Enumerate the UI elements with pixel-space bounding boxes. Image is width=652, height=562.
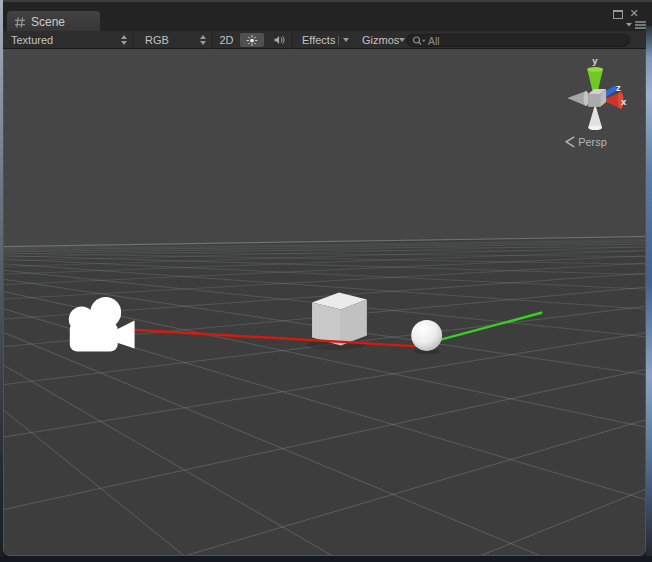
scene-viewport[interactable]: y z x Persp [3,49,646,556]
separator [338,36,339,45]
z-axis-label: z [616,82,621,93]
window-edge-left [0,0,3,562]
x-axis-label: x [621,96,627,107]
chevron-down-icon [343,38,349,42]
projection-label: Persp [578,136,607,148]
search-icon [412,35,426,47]
dropdown-menu-icon [624,19,648,31]
color-channel-dropdown[interactable]: RGB [139,31,213,49]
channel-label: RGB [145,34,169,46]
2d-toggle-button[interactable]: 2D [214,31,239,49]
effects-label: Effects [302,34,335,46]
audio-toggle-button[interactable] [267,31,293,49]
grid-icon [14,16,26,29]
gizmos-dropdown[interactable]: Gizmos [357,31,407,49]
effects-dropdown[interactable]: Effects [297,31,354,49]
2d-label: 2D [219,34,233,46]
updown-arrows-icon [200,35,206,45]
chevron-down-icon [399,38,405,42]
maximize-icon [613,10,623,19]
gizmo-search-field[interactable]: All [406,34,630,47]
tab-scene[interactable]: Scene [7,11,100,33]
lighting-toggle-button[interactable] [240,33,264,47]
render-mode-dropdown[interactable]: Textured [5,31,134,49]
window-edge-right[interactable] [646,26,652,556]
render-mode-label: Textured [11,34,53,46]
maximize-button[interactable] [612,8,624,20]
window-edge-bottom [0,556,652,562]
panel-titlebar: Scene ✕ [0,0,652,31]
speaker-icon [273,32,286,48]
search-value: All [428,35,440,47]
sun-icon [246,33,258,48]
panel-menu-button[interactable] [624,19,648,31]
tab-label: Scene [31,15,65,29]
scene-toolbar: Textured RGB 2D Effects [0,31,652,49]
gizmos-label: Gizmos [362,34,399,46]
updown-arrows-icon [121,35,127,45]
y-axis-label: y [592,55,598,66]
